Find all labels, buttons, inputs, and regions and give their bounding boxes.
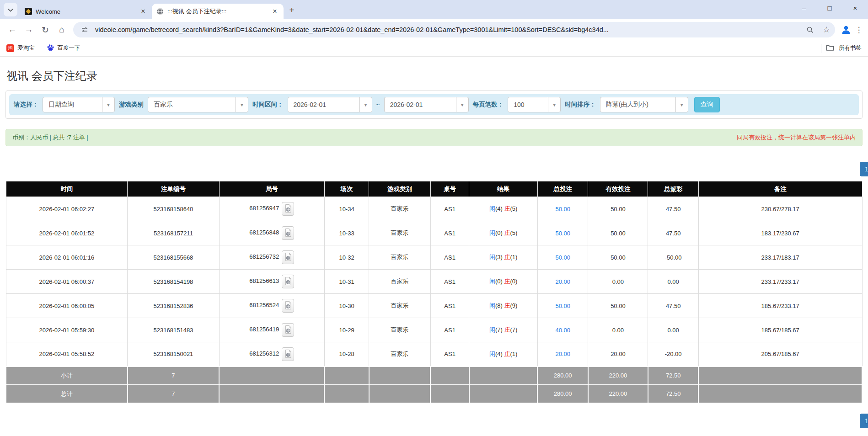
cell-valid-bet: 0.00 [588,318,648,342]
cell-result: 闲(8) 庄(9) [469,294,538,318]
close-icon[interactable]: × [271,7,279,16]
cell-session: 10-33 [324,221,369,245]
round-no-text: 681256848 [249,229,279,236]
query-button[interactable]: 查询 [694,97,720,112]
video-replay-button[interactable] [282,275,294,288]
minimize-button[interactable]: – [791,4,817,12]
cell-table-no: AS1 [430,318,469,342]
cell-time: 2026-02-01 06:01:16 [6,245,128,270]
all-bookmarks-label[interactable]: 所有书签 [839,44,862,52]
col-table-no: 桌号 [430,181,469,197]
round-no-text: 681256613 [249,277,279,284]
cell-table-no: AS1 [430,197,469,221]
banker-result: 庄 [504,229,510,236]
cell-total-bet: 20.00 [537,342,588,367]
cell-result: 闲(0) 庄(5) [469,221,538,245]
address-bar[interactable]: videoie.com/game/betrecord_search/kind3?… [73,22,835,37]
game-type-select[interactable]: 百家乐 ▼ [148,97,248,112]
page-size-value: 100 [508,97,548,112]
back-button[interactable]: ← [5,22,20,37]
page-1-button[interactable]: 1 [860,414,868,428]
zoom-icon[interactable] [804,24,816,36]
date-end-select[interactable]: 2026-02-01 ▼ [384,97,469,112]
bookmark-baidu[interactable]: 百度一下 [47,44,80,53]
cell-payout: -20.00 [648,342,698,367]
round-no-text: 681256947 [249,205,279,212]
col-result: 结果 [469,181,538,197]
cell-table-no: AS1 [430,270,469,294]
date-start-select[interactable]: 2026-02-01 ▼ [288,97,372,112]
table-row: 2026-02-01 05:58:52 523168150021 6812563… [6,342,862,367]
chevron-down-icon: ▼ [675,97,688,112]
banker-result: 庄 [504,351,510,357]
video-replay-button[interactable] [282,202,294,216]
video-replay-button[interactable] [282,347,294,361]
cell-total-bet: 20.00 [537,270,588,294]
forward-button[interactable]: → [21,22,37,37]
col-time: 时间 [6,181,128,197]
total-bet-link[interactable]: 50.00 [555,230,570,237]
welcome-favicon-icon [25,8,32,15]
cell-note: 185.67/233.17 [698,294,862,318]
tab-welcome[interactable]: Welcome × [20,4,152,19]
currency-total-text: 币别：人民币 | 总共 :7 注单 | [12,133,88,142]
page-1-button[interactable]: 1 [860,162,868,176]
total-bet-link[interactable]: 50.00 [555,254,570,261]
site-settings-icon[interactable] [79,24,91,36]
player-result: 闲 [489,254,495,261]
video-replay-button[interactable] [282,299,294,313]
cell-round-no: 681256613 [219,270,324,294]
banker-result: 庄 [504,326,510,333]
cell-total-bet: 50.00 [537,245,588,270]
game-type-label: 游戏类别 [119,101,144,109]
window-close-button[interactable]: × [842,4,868,12]
maximize-button[interactable]: □ [817,4,842,12]
tab-betrecord[interactable]: :::视讯 会员下注纪录::: × [152,4,284,19]
cell-result: 闲(3) 庄(1) [469,245,538,270]
query-type-select[interactable]: 日期查询 ▼ [43,97,115,112]
filter-panel: 请选择： 日期查询 ▼ 游戏类别 百家乐 ▼ 时间区间： 2026-02-01 … [5,90,863,119]
total-bet-link[interactable]: 40.00 [555,327,570,334]
player-score: (4) [495,205,503,212]
video-replay-button[interactable] [282,226,294,240]
cell-note: 233.17/183.17 [698,245,862,270]
video-replay-button[interactable] [282,323,294,337]
cell-valid-bet: 50.00 [588,197,648,221]
summary-bar: 币别：人民币 | 总共 :7 注单 | 同局有效投注，统一计算在该局第一张注单内 [5,129,863,146]
bookmark-taobao[interactable]: 淘 爱淘宝 [6,44,35,52]
reload-button[interactable]: ↻ [38,22,53,37]
date-range-tilde: ~ [376,101,380,108]
chevron-down-icon: ▼ [102,97,114,112]
new-tab-button[interactable]: + [285,4,298,16]
bookmark-star-icon[interactable]: ☆ [820,24,832,36]
bet-records-table: 时间 注单编号 局号 场次 游戏类别 桌号 结果 总投注 有效投注 总派彩 备注… [5,181,863,404]
total-bet-link[interactable]: 50.00 [555,206,570,213]
total-bet-link[interactable]: 20.00 [555,278,570,285]
cell-payout: 0.00 [648,318,698,342]
round-no-text: 681256732 [249,253,279,260]
sort-select[interactable]: 降冪(由大到小) ▼ [600,97,688,112]
table-body: 2026-02-01 06:02:27 523168158640 6812569… [6,197,862,367]
page-content: 视讯 会员下注纪录 请选择： 日期查询 ▼ 游戏类别 百家乐 ▼ 时间区间： 2… [0,69,868,428]
window-controls: – □ × [791,0,868,16]
profile-avatar-icon[interactable] [839,22,853,37]
close-icon[interactable]: × [139,7,147,16]
page-size-select[interactable]: 100 ▼ [508,97,561,112]
home-button[interactable]: ⌂ [54,22,70,37]
url-text[interactable]: videoie.com/game/betrecord_search/kind3?… [95,26,799,33]
player-score: (4) [495,351,503,357]
total-valid-bet: 220.00 [588,385,648,403]
subtotal-total-bet: 280.00 [537,367,588,385]
total-bet-link[interactable]: 50.00 [555,303,570,309]
cell-payout: 47.50 [648,294,698,318]
video-replay-button[interactable] [282,250,294,264]
col-valid-bet: 有效投注 [588,181,648,197]
cell-game: 百家乐 [369,294,431,318]
sort-label: 时间排序： [565,101,596,109]
cell-round-no: 681256947 [219,197,324,221]
total-bet-link[interactable]: 20.00 [555,351,570,357]
round-no-text: 681256312 [249,350,279,357]
tab-search-button[interactable] [4,3,17,16]
browser-menu-icon[interactable]: ⋮ [854,25,863,35]
table-row: 2026-02-01 06:00:37 523168154198 6812566… [6,270,862,294]
